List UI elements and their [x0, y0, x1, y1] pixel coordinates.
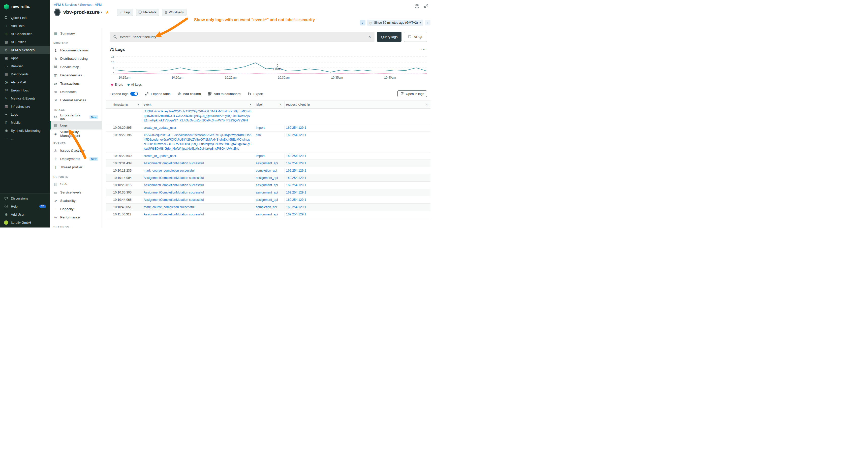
sidebar-item-metrics-events[interactable]: ∿Metrics & Events	[0, 94, 50, 102]
expand-logs-toggle[interactable]	[130, 92, 138, 96]
remove-column-icon[interactable]: ×	[426, 102, 428, 106]
sidebar-item-apps[interactable]: ▣Apps	[0, 54, 50, 62]
label-link[interactable]: assignment_api	[256, 176, 278, 180]
event-link[interactable]: create_or_update_user	[144, 126, 176, 130]
query-logs-button[interactable]: Query logs	[377, 32, 402, 42]
log-row[interactable]: 10:10:44.066AssignmentCompletionMutation…	[106, 196, 431, 203]
event-link[interactable]: create_or_update_user	[144, 154, 176, 158]
clear-query-icon[interactable]: ×	[369, 34, 371, 39]
ip-link[interactable]: 169.254.129.1	[286, 213, 306, 216]
open-in-logs-button[interactable]: Open in logs	[398, 91, 427, 97]
sidebar-item-browser[interactable]: ▭Browser	[0, 62, 50, 70]
subnav-item-recommendations[interactable]: ↥Recommendations	[50, 46, 101, 55]
label-link[interactable]: assignment_api	[256, 198, 278, 201]
label-link[interactable]: assignment_api	[256, 184, 278, 187]
subnav-item-databases[interactable]: ≋Databases	[50, 88, 101, 96]
column-header-label[interactable]: label×	[254, 101, 284, 108]
event-link[interactable]: mark_course_completion successful	[144, 205, 194, 209]
column-header-event[interactable]: event×	[142, 101, 254, 108]
subnav-item-distributed-tracing[interactable]: ⋔Distributed tracing	[50, 55, 101, 63]
subnav-item-summary[interactable]: ▦Summary	[50, 29, 101, 37]
subnav-item-logs[interactable]: ▤Logs	[50, 121, 101, 130]
permalink-icon[interactable]	[424, 3, 429, 8]
entity-caret-down-icon[interactable]: ▾	[101, 10, 102, 14]
sidebar-item-quick-find[interactable]: Quick Find	[0, 13, 50, 22]
expand-table-button[interactable]: Expand table	[145, 92, 170, 96]
legend-item-errors[interactable]: Errors	[111, 83, 123, 87]
log-row[interactable]: JUQVU&code=eyJraWQiOiJjcGltY29yZV8wOTl1M…	[106, 108, 431, 124]
breadcrumb-services-apm[interactable]: Services - APM	[80, 3, 101, 6]
nrql-button[interactable]: NRQL	[404, 32, 427, 42]
event-link[interactable]: <ASGIRequest: GET '/sso/callback/?state=…	[144, 133, 251, 151]
ip-link[interactable]: 169.254.129.1	[286, 191, 306, 194]
sidebar-item-[interactable]: ⋯...	[0, 134, 50, 142]
newrelic-logo[interactable]: new relic.	[0, 0, 50, 13]
sidebar-item-synthetic-monitoring[interactable]: ◉Synthetic Monitoring	[0, 127, 50, 134]
ip-link[interactable]: 169.254.129.1	[286, 162, 306, 165]
sidebar-item-alerts-ai[interactable]: ◷Alerts & AI	[0, 78, 50, 86]
subnav-item-external-services[interactable]: ↗External services	[50, 96, 101, 104]
subnav-item-service-levels[interactable]: ▭Service levels	[50, 188, 101, 196]
log-row[interactable]: 10:10:14.094AssignmentCompletionMutation…	[106, 174, 431, 182]
event-link[interactable]: AssignmentCompletionMutation successful	[144, 198, 204, 201]
subnav-item-sla[interactable]: ▤SLA	[50, 180, 101, 188]
ip-link[interactable]: 169.254.129.1	[286, 169, 306, 172]
sidebar-footer-item-add-user[interactable]: ⊕Add User	[0, 210, 50, 219]
label-link[interactable]: import	[256, 126, 265, 130]
ip-link[interactable]: 169.254.129.1	[286, 198, 306, 201]
label-link[interactable]: assignment_api	[256, 191, 278, 194]
ip-link[interactable]: 169.254.129.1	[286, 184, 306, 187]
remove-column-icon[interactable]: ×	[137, 102, 140, 106]
ip-link[interactable]: 169.254.129.1	[286, 205, 306, 209]
time-back-chevron-left-icon[interactable]: ‹	[360, 20, 366, 26]
time-picker[interactable]: ◷ Since 30 minutes ago (GMT+2) ▾	[367, 20, 424, 26]
subnav-item-vulnerability-management[interactable]: ◈Vulnerability Management	[50, 130, 101, 138]
log-row[interactable]: 10:10:23.815AssignmentCompletionMutation…	[106, 182, 431, 189]
event-link[interactable]: AssignmentCompletionMutation successful	[144, 213, 204, 216]
sidebar-item-errors-inbox[interactable]: ✉Errors Inbox	[0, 86, 50, 94]
label-link[interactable]: completion_api	[256, 169, 277, 172]
label-link[interactable]: sso	[256, 133, 260, 137]
subnav-item-transactions[interactable]: ⇄Transactions	[50, 79, 101, 88]
ip-link[interactable]: 169.254.129.1	[286, 133, 306, 137]
subnav-item-thread-profiler[interactable]: ∥Thread profiler	[50, 163, 101, 171]
sidebar-item-dashboards[interactable]: ▦Dashboards	[0, 70, 50, 78]
event-link[interactable]: AssignmentCompletionMutation successful	[144, 176, 204, 180]
log-row[interactable]: 10:09:22.196<ASGIRequest: GET '/sso/call…	[106, 131, 431, 153]
ip-link[interactable]: 169.254.129.1	[286, 126, 306, 130]
event-link[interactable]: AssignmentCompletionMutation successful	[144, 184, 204, 187]
sidebar-item-add-data[interactable]: +Add Data	[0, 22, 50, 30]
sidebar-item-all-capabilities[interactable]: ⊞All Capabilities	[0, 30, 50, 38]
legend-item-all-logs[interactable]: All Logs	[127, 83, 142, 87]
subnav-item-dependencies[interactable]: ◫Dependencies	[50, 71, 101, 79]
subnav-item-scalability[interactable]: ⇗Scalability	[50, 196, 101, 205]
column-header-request_client_ip[interactable]: request_client_ip×	[284, 101, 431, 108]
log-row[interactable]: 10:09:20.895create_or_update_userimport1…	[106, 124, 431, 131]
subnav-item-errors-errors-inb[interactable]: ✉Errors (errors inb...New	[50, 113, 101, 121]
log-row[interactable]: 10:10:35.305AssignmentCompletionMutation…	[106, 189, 431, 196]
column-header-timestamp[interactable]: timestamp×	[112, 101, 142, 108]
event-link[interactable]: JUQVU&code=eyJraWQiOiJjcGltY29yZV8wOTl1M…	[144, 109, 251, 122]
sidebar-item-apm-services[interactable]: ◇APM & Services	[0, 46, 50, 54]
sidebar-item-all-entities[interactable]: ▤All Entities	[0, 38, 50, 46]
event-link[interactable]: AssignmentCompletionMutation successful	[144, 162, 204, 165]
log-row[interactable]: 10:09:31.439AssignmentCompletionMutation…	[106, 160, 431, 167]
subnav-item-service-map[interactable]: ⌘Service map	[50, 63, 101, 71]
ip-link[interactable]: 169.254.129.1	[286, 176, 306, 180]
metadata-chip[interactable]: ⓘMetadata	[136, 9, 159, 16]
subnav-item-issues-activity[interactable]: ⚠Issues & activity	[50, 147, 101, 155]
more-options-icon[interactable]: ⋯	[421, 47, 426, 52]
remove-column-icon[interactable]: ×	[249, 102, 251, 106]
subnav-item-deployments[interactable]: ⇧DeploymentsNew	[50, 155, 101, 163]
log-row[interactable]: 10:11:00.311AssignmentCompletionMutation…	[106, 211, 431, 218]
log-row[interactable]: 10:10:13.235mark_course_completion succe…	[106, 167, 431, 174]
label-link[interactable]: assignment_api	[256, 162, 278, 165]
sidebar-footer-item-discussions[interactable]: Discussions	[0, 194, 50, 202]
event-link[interactable]: AssignmentCompletionMutation successful	[144, 191, 204, 194]
log-search-input[interactable]	[120, 35, 366, 39]
label-link[interactable]: import	[256, 154, 265, 158]
remove-column-icon[interactable]: ×	[280, 102, 282, 106]
log-row[interactable]: 10:09:22.540create_or_update_userimport1…	[106, 153, 431, 160]
subnav-item-performance[interactable]: ∿Performance	[50, 213, 101, 222]
time-forward-chevron-right-icon[interactable]: ›	[425, 20, 431, 26]
